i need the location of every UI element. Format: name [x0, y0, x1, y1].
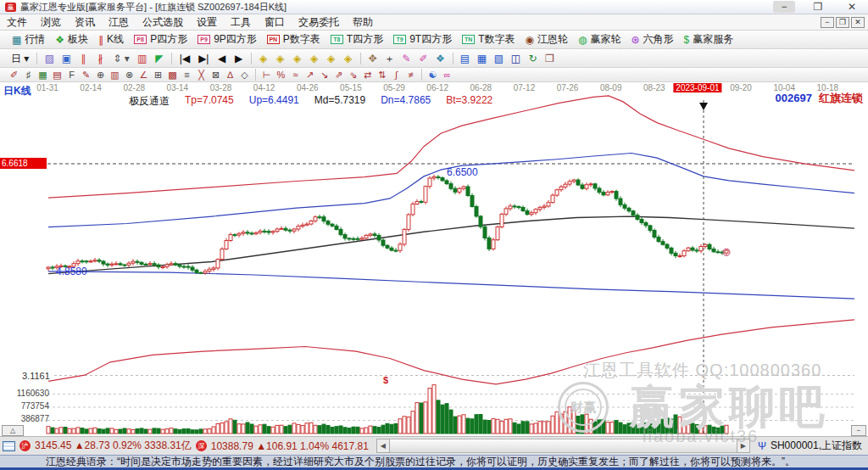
draw-tool-integral[interactable]: ∫: [389, 69, 403, 81]
draw-tool-fan-up[interactable]: ⇗: [331, 69, 346, 81]
multi-chart-button[interactable]: ▥: [134, 51, 151, 66]
winner-wheel-button-icon: ◍: [578, 35, 587, 45]
minimize-button[interactable]: −: [773, 1, 795, 13]
draw-tool-fibonacci[interactable]: F: [64, 69, 79, 81]
draw-tool-angle[interactable]: ∠: [136, 69, 151, 81]
draw-tool-trend-down[interactable]: ↘: [317, 69, 331, 81]
pane-collapse-button[interactable]: △: [2, 425, 24, 436]
draw-tool-box-x[interactable]: ⊠: [209, 69, 223, 81]
p-square-button[interactable]: P8P四方形: [129, 31, 192, 48]
mdi-close-button[interactable]: ✕: [851, 17, 865, 28]
draw-tool-pencil[interactable]: ✐: [7, 69, 21, 81]
draw-tool-trend-up[interactable]: ↗: [303, 69, 317, 81]
save-button[interactable]: ◫: [508, 51, 525, 66]
draw-tool-percent[interactable]: %: [274, 69, 288, 81]
bar-chart-button[interactable]: ∥: [75, 51, 92, 66]
quotes-button[interactable]: ▦行情: [7, 31, 50, 48]
draw-tool-cross[interactable]: ╳: [194, 69, 209, 81]
p-number-table-button[interactable]: PNP数字表: [262, 31, 326, 48]
draw-tool-box-grid[interactable]: ⊞: [151, 69, 165, 81]
date-axis[interactable]: 01-3102-1402-2803-1403-2804-1204-2605-15…: [0, 83, 868, 94]
draw-tool-shade[interactable]: ▩: [165, 69, 180, 81]
taiji-icon-button[interactable]: ☯: [426, 69, 440, 81]
notes-button[interactable]: ▧: [491, 51, 508, 66]
expand-horizontal-button[interactable]: ◈: [289, 51, 306, 66]
menu-公式选股[interactable]: 公式选股: [136, 14, 190, 30]
draw-tool-grid1[interactable]: ♯: [21, 69, 36, 81]
close-button[interactable]: ✕: [841, 1, 863, 13]
winner-wheel-button[interactable]: ◍赢家轮: [573, 31, 626, 48]
expand-vertical-button[interactable]: ◈: [323, 51, 340, 66]
menu-窗口[interactable]: 窗口: [258, 14, 292, 30]
draw-tool-circle-x[interactable]: ⊗: [122, 69, 136, 81]
candle-width-dropdown[interactable]: ⇕ ▾: [108, 51, 133, 66]
menu-浏览[interactable]: 浏览: [34, 14, 68, 30]
zoom-out-diamond-button[interactable]: ◈: [255, 51, 272, 66]
menu-交易委托[interactable]: 交易委托: [292, 14, 346, 30]
draw-tool-wave[interactable]: ≈: [288, 69, 303, 81]
compress-horizontal-button[interactable]: ◈: [306, 51, 323, 66]
draw-tool-fan-down[interactable]: ⇘: [346, 69, 360, 81]
draw-tool-triangle[interactable]: ∆: [223, 69, 237, 81]
winner-wheel-button-label: 赢家轮: [591, 32, 621, 47]
t-number-table-button[interactable]: TNT数字表: [457, 31, 520, 48]
draw-tool-diamond[interactable]: ◇: [237, 69, 252, 81]
pan-hand-button[interactable]: ✥: [364, 51, 381, 66]
menu-资讯[interactable]: 资讯: [68, 14, 102, 30]
infinity-icon-button[interactable]: ∞: [440, 69, 454, 81]
flag-marker-button[interactable]: ◤: [151, 51, 168, 66]
draw-tool-not-equal[interactable]: ≠: [403, 69, 418, 81]
next-bar-button[interactable]: ▶: [231, 51, 248, 66]
date-tick: 06-28: [470, 83, 492, 92]
menu-工具[interactable]: 工具: [224, 14, 258, 30]
draw-tool-bands[interactable]: ▥: [108, 69, 122, 81]
draw-tool-levels[interactable]: ≡: [180, 69, 194, 81]
info-panel-button[interactable]: ▣: [58, 51, 75, 66]
mdi-minimize-button[interactable]: −: [821, 17, 834, 28]
first-bar-button[interactable]: |◀: [175, 51, 194, 66]
p9-square-button[interactable]: P99P四方形: [192, 31, 262, 48]
chart-minimize-button[interactable]: −: [851, 425, 866, 436]
shanghai-market-icon: 沪: [19, 440, 31, 451]
maximize-button[interactable]: ❐: [807, 1, 829, 13]
draw-tool-swap-v[interactable]: ⇅: [375, 69, 389, 81]
menu-文件[interactable]: 文件: [0, 14, 34, 30]
mdi-restore-button[interactable]: ❐: [836, 17, 849, 28]
menu-设置[interactable]: 设置: [190, 14, 224, 30]
winner-service-button[interactable]: $赢家服务: [679, 31, 739, 48]
menu-帮助[interactable]: 帮助: [346, 14, 380, 30]
quote-table-icon[interactable]: [3, 441, 15, 451]
compress-vertical-button[interactable]: ◈: [340, 51, 357, 66]
draw-pencil-button[interactable]: ✐: [415, 51, 432, 66]
gann-wheel-button[interactable]: ◉江恩轮: [520, 31, 573, 48]
draw-pen-button[interactable]: ✎: [398, 51, 415, 66]
draw-tool-grid2[interactable]: ▤: [50, 69, 64, 81]
refresh-button[interactable]: ↻: [525, 51, 542, 66]
area-chart-button[interactable]: ▨: [41, 51, 58, 66]
zoom-in-diamond-button[interactable]: ◈: [272, 51, 289, 66]
t9-square-button[interactable]: T99T四方形: [388, 31, 457, 48]
kline-button[interactable]: ∥K线: [93, 31, 129, 48]
tools-palette-button[interactable]: ❖: [432, 51, 449, 66]
calculator-button[interactable]: ▦: [474, 51, 491, 66]
prev-bar-button[interactable]: ◀: [214, 51, 231, 66]
draw-tool-circle-cross[interactable]: ⊕: [93, 69, 108, 81]
last-bar-button[interactable]: ▶|: [194, 51, 213, 66]
draw-tool-pen[interactable]: ✎: [79, 69, 93, 81]
sectors-button[interactable]: ❖板块: [50, 31, 93, 48]
draw-tool-gann-grid[interactable]: ▦: [36, 69, 50, 81]
hexagon-button[interactable]: ⊛六角形: [626, 31, 679, 48]
calendar-button[interactable]: ▤: [457, 51, 474, 66]
indicator-row: 极反通道 Tp=7.0745Up=6.4491Md=5.7319Dn=4.786…: [129, 94, 492, 109]
menu-江恩[interactable]: 江恩: [102, 14, 136, 30]
scroll-left-button[interactable]: ◀: [376, 439, 390, 453]
date-tick: 05-15: [340, 83, 362, 92]
period-day-dropdown[interactable]: 日 ▾: [7, 51, 33, 66]
mdi-window-controls: −❐✕: [821, 17, 868, 28]
kline-style-button[interactable]: ∦: [92, 51, 108, 66]
print-button[interactable]: ❐: [542, 51, 559, 66]
draw-tool-support[interactable]: ⊢: [259, 69, 274, 81]
crosshair-button[interactable]: ＋: [381, 51, 398, 66]
t-square-button[interactable]: T8T四方形: [326, 31, 388, 48]
draw-tool-swap-h[interactable]: ⇄: [360, 69, 375, 81]
